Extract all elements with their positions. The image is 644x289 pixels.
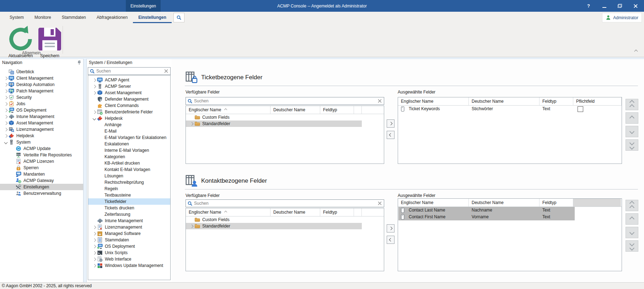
available-row-custom-fields[interactable]: Custom Fields — [186, 114, 384, 121]
chevron-right-icon[interactable] — [3, 96, 9, 99]
clear-search-icon[interactable] — [377, 99, 382, 103]
tree-item-system[interactable]: System — [0, 139, 83, 145]
available-row-standardfelder[interactable]: Standardfelder — [186, 121, 384, 127]
tree-item-interne-e-mail-vorlagen[interactable]: Interne E-Mail Vorlagen — [88, 147, 170, 154]
tab-stammdaten[interactable]: Stammdaten — [57, 12, 91, 23]
tree-item-acmp-gateway[interactable]: ACMP Gateway — [0, 177, 83, 184]
selected-row-contact-last-name[interactable]: Contact Last NameNachnameText — [398, 207, 622, 214]
column-header-englischer-name[interactable]: Englischer Name — [398, 97, 469, 105]
chevron-right-icon[interactable] — [91, 252, 97, 254]
available-search-input[interactable] — [193, 98, 377, 103]
tree-item-managed-software[interactable]: Managed Software — [88, 230, 170, 237]
move-bottom-button[interactable] — [626, 139, 638, 151]
chevron-right-icon[interactable] — [189, 123, 194, 125]
column-header-feldtyp[interactable]: Feldtyp — [320, 106, 354, 114]
tree-item-berblick[interactable]: Überblick — [0, 69, 83, 75]
chevron-right-icon[interactable] — [91, 92, 97, 94]
tree-item-e-mail[interactable]: E-Mail — [88, 128, 170, 134]
tab-monitore[interactable]: Monitore — [29, 12, 57, 23]
chevron-right-icon[interactable] — [91, 85, 97, 88]
tree-item-eskalationen[interactable]: Eskalationen — [88, 141, 170, 147]
chevron-right-icon[interactable] — [91, 111, 97, 113]
tab-system[interactable]: System — [4, 12, 29, 23]
tree-item-l-sungen[interactable]: Lösungen — [88, 173, 170, 179]
chevron-right-icon[interactable] — [91, 258, 97, 261]
chevron-right-icon[interactable] — [3, 116, 9, 118]
selected-row-ticket-keywords[interactable]: Ticket KeywordsStichwörterText — [398, 106, 622, 112]
tree-item-helpdesk[interactable]: Helpdesk — [88, 115, 170, 122]
tree-item-asset-management[interactable]: Asset Management — [88, 90, 170, 96]
move-top-button[interactable] — [626, 200, 638, 211]
move-right-button[interactable] — [387, 119, 395, 128]
chevron-right-icon[interactable] — [91, 245, 97, 248]
tree-item-kontakt-e-mail-vorlagen[interactable]: Kontakt E-Mail Vorlagen — [88, 166, 170, 173]
tree-item-jobs[interactable]: Jobs — [0, 101, 83, 107]
tree-item-intune-management[interactable]: Intune Management — [0, 113, 83, 120]
move-up-button[interactable] — [626, 213, 638, 225]
available-search-input[interactable] — [193, 201, 377, 206]
tree-item-acmp-agent[interactable]: ACMP Agent — [88, 77, 170, 83]
tree-item-benutzerverwaltung[interactable]: Benutzerverwaltung — [0, 190, 83, 197]
tree-item-desktop-automation[interactable]: Desktop Automation — [0, 81, 83, 88]
context-tab-einstellungen[interactable]: Einstellungen — [126, 0, 161, 12]
clear-search-icon[interactable] — [164, 69, 168, 74]
move-left-button[interactable] — [387, 236, 395, 244]
selected-row-contact-first-name[interactable]: Contact First NameVornameText — [398, 214, 622, 220]
tree-item-os-deployment[interactable]: OS Deployment — [88, 243, 170, 250]
chevron-right-icon[interactable] — [3, 77, 9, 80]
move-right-button[interactable] — [387, 224, 395, 232]
tree-item-asset-management[interactable]: Asset Management — [0, 120, 83, 126]
pin-icon[interactable] — [76, 60, 81, 65]
tree-item-lizenzmanagement[interactable]: Lizenzmanagement — [0, 126, 83, 133]
move-down-button[interactable] — [626, 126, 638, 137]
tree-item-stammdaten[interactable]: Stammdaten — [88, 237, 170, 243]
clear-search-icon[interactable] — [377, 201, 382, 206]
ribbon-collapse-button[interactable] — [633, 49, 639, 54]
ribbon-search-button[interactable] — [173, 13, 184, 22]
tree-item-einstellungen[interactable]: Einstellungen — [0, 184, 83, 190]
tree-item-benutzerdefinierte-felder[interactable]: Benutzerdefinierte Felder — [88, 109, 170, 115]
column-header-deutscher-name[interactable]: Deutscher Name — [270, 106, 320, 114]
column-header-englischer-name[interactable]: Englischer Name — [398, 199, 469, 207]
tree-item-kategorien[interactable]: Kategorien — [88, 154, 170, 160]
restore-button[interactable] — [616, 2, 623, 10]
tree-item-zeiterfassung[interactable]: Zeiterfassung — [88, 211, 170, 218]
tree-item-intune-management[interactable]: Intune Management — [88, 218, 170, 224]
tree-item-acmp-update[interactable]: ACMP Update — [0, 145, 83, 152]
tree-item-rechtschreibpr-fung[interactable]: Rechtschreibprüfung — [88, 179, 170, 186]
move-down-button[interactable] — [626, 227, 638, 238]
chevron-right-icon[interactable] — [3, 84, 9, 86]
tree-item-textbausteine[interactable]: Textbausteine — [88, 192, 170, 198]
tree-item-acmp-lizenzen[interactable]: ACMP Lizenzen — [0, 158, 83, 165]
chevron-right-icon[interactable] — [3, 103, 9, 105]
tree-item-verteilte-file-repositories[interactable]: Verteilte File Repositories — [0, 152, 83, 158]
tree-item-client-management[interactable]: Client Management — [0, 75, 83, 81]
column-header-deutscher-name[interactable]: Deutscher Name — [469, 199, 540, 207]
chevron-right-icon[interactable] — [3, 128, 9, 131]
move-left-button[interactable] — [387, 131, 395, 139]
chevron-down-icon[interactable] — [91, 117, 97, 120]
tree-item-client-commands[interactable]: Client Commands — [88, 102, 170, 109]
tab-einstellungen[interactable]: Einstellungen — [133, 12, 172, 23]
tree-item-regeln[interactable]: Regeln — [88, 186, 170, 192]
tree-item-security[interactable]: Security — [0, 94, 83, 101]
column-header-feldtyp[interactable]: Feldtyp — [540, 97, 573, 105]
move-bottom-button[interactable] — [626, 240, 638, 252]
tree-item-os-deployment[interactable]: OS Deployment — [0, 107, 83, 113]
column-header-deutscher-name[interactable]: Deutscher Name — [270, 208, 320, 216]
chevron-right-icon[interactable] — [91, 264, 97, 267]
move-up-button[interactable] — [626, 112, 638, 124]
chevron-right-icon[interactable] — [91, 226, 97, 229]
close-button[interactable] — [632, 2, 639, 10]
minimize-button[interactable] — [601, 2, 608, 10]
tree-item-tickets-drucken[interactable]: Tickets drucken — [88, 205, 170, 211]
tree-item-unix-scripts[interactable]: Unix Scripts — [88, 250, 170, 256]
tree-item-web-interface[interactable]: Web Interface — [88, 256, 170, 262]
tree-item-sperren[interactable]: Sperren — [0, 165, 83, 171]
tree-item-patch-management[interactable]: Patch Management — [0, 88, 83, 94]
tree-item-windows-update-management[interactable]: Windows Update Management — [88, 262, 170, 269]
chevron-down-icon[interactable] — [3, 141, 9, 144]
user-badge[interactable]: Administrator — [602, 13, 642, 22]
column-header-englischer-name[interactable]: Englischer Name — [186, 208, 270, 216]
pflichtfeld-checkbox[interactable] — [578, 106, 583, 112]
